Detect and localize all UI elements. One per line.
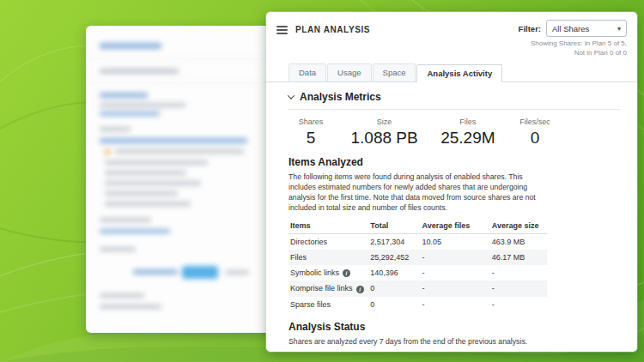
item-avg-files: - [421, 265, 490, 281]
metric-size: Size 1.088 PB [351, 118, 418, 148]
item-total: 140,396 [368, 265, 420, 281]
metric-files: Files 25.29M [440, 118, 495, 148]
metric-files-per-sec: Files/sec 0 [518, 118, 552, 148]
item-avg-files: - [421, 297, 490, 312]
info-icon[interactable]: i [343, 269, 350, 277]
item-avg-size: - [490, 297, 547, 312]
chevron-down-icon: ▾ [617, 25, 621, 33]
tab-analysis-activity[interactable]: Analysis Activity [416, 64, 502, 82]
metric-label: Size [351, 118, 418, 126]
desktop-background: PLAN ANALYSIS Filter: All Shares ▾ Showi… [0, 0, 644, 362]
analysis-metrics-title: Analysis Metrics [300, 91, 381, 103]
table-row: Directories 2,517,304 10.05 463.9 MB [289, 234, 547, 250]
metric-label: Files [440, 118, 495, 126]
table-row: Sparse files 0 - - [289, 297, 547, 312]
metric-shares: Shares 5 [294, 118, 328, 148]
item-avg-files: 10.05 [421, 234, 490, 250]
item-total: 0 [368, 297, 420, 312]
table-row: Files 25,292,452 - 46.17 MB [289, 250, 547, 265]
column-average-size: Average size [490, 219, 547, 234]
showing-shares-summary: Showing Shares: In Plan 5 of 5, Not in P… [531, 39, 627, 58]
tab-space[interactable]: Space [373, 63, 416, 81]
shares-filter-dropdown[interactable]: All Shares ▾ [546, 20, 627, 37]
item-avg-size: 463.9 MB [490, 234, 547, 250]
metric-value: 5 [294, 129, 328, 148]
table-header-row: Items Total Average files Average size [289, 219, 547, 234]
item-avg-size: - [490, 265, 547, 281]
item-total: 25,292,452 [368, 250, 420, 265]
info-icon[interactable]: i [356, 286, 364, 293]
item-total: 2,517,304 [368, 234, 420, 250]
column-items: Items [289, 219, 368, 234]
item-label: Komprise file links [290, 284, 353, 293]
panel-header: PLAN ANALYSIS Filter: All Shares ▾ Showi… [266, 12, 637, 60]
item-total: 0 [368, 281, 420, 296]
table-row: Symbolic linksi 140,396 - - [289, 265, 547, 281]
column-total: Total [368, 219, 420, 234]
metric-label: Shares [294, 118, 328, 126]
analysis-metrics-header: Analysis Metrics [289, 89, 620, 110]
collapse-chevron-icon[interactable] [288, 92, 295, 99]
filter-selected-value: All Shares [552, 24, 589, 33]
metrics-row: Shares 5 Size 1.088 PB Files 25.29M File… [294, 118, 552, 148]
plan-analysis-panel: PLAN ANALYSIS Filter: All Shares ▾ Showi… [266, 12, 637, 352]
item-label: Symbolic links [290, 268, 339, 277]
column-average-files: Average files [421, 219, 490, 234]
panel-title: PLAN ANALYSIS [295, 25, 370, 34]
item-label: Files [290, 253, 307, 262]
item-avg-files: - [421, 250, 490, 265]
tab-usage[interactable]: Usage [327, 63, 371, 81]
item-avg-size: 46.17 MB [490, 250, 547, 265]
item-avg-size: - [490, 281, 547, 296]
menu-icon[interactable] [276, 26, 288, 34]
items-analyzed-description: The following items were found during an… [289, 172, 547, 214]
table-row: Komprise file linksi 0 - - [289, 281, 547, 296]
item-avg-files: - [421, 281, 490, 296]
metric-value: 0 [518, 129, 552, 148]
analysis-status-title: Analysis Status [289, 321, 620, 333]
items-analyzed-title: Items Analyzed [289, 156, 620, 168]
showing-line-1: Showing Shares: In Plan 5 of 5, [531, 39, 627, 49]
analysis-status-description: Shares are analyzed every 7 days from th… [289, 336, 547, 347]
tab-bar: Data Usage Space Analysis Activity [266, 63, 637, 82]
filter-label: Filter: [519, 24, 541, 33]
item-label: Sparse files [290, 300, 331, 309]
showing-line-2: Not in Plan 0 of 0 [531, 49, 627, 58]
metric-label: Files/sec [518, 118, 552, 126]
metric-value: 25.29M [440, 129, 495, 148]
item-label: Directories [290, 238, 327, 246]
tab-data[interactable]: Data [289, 63, 326, 81]
metric-value: 1.088 PB [351, 129, 418, 148]
panel-body: Analysis Metrics Shares 5 Size 1.088 PB … [266, 82, 637, 352]
items-analyzed-table: Items Total Average files Average size D… [289, 219, 547, 311]
